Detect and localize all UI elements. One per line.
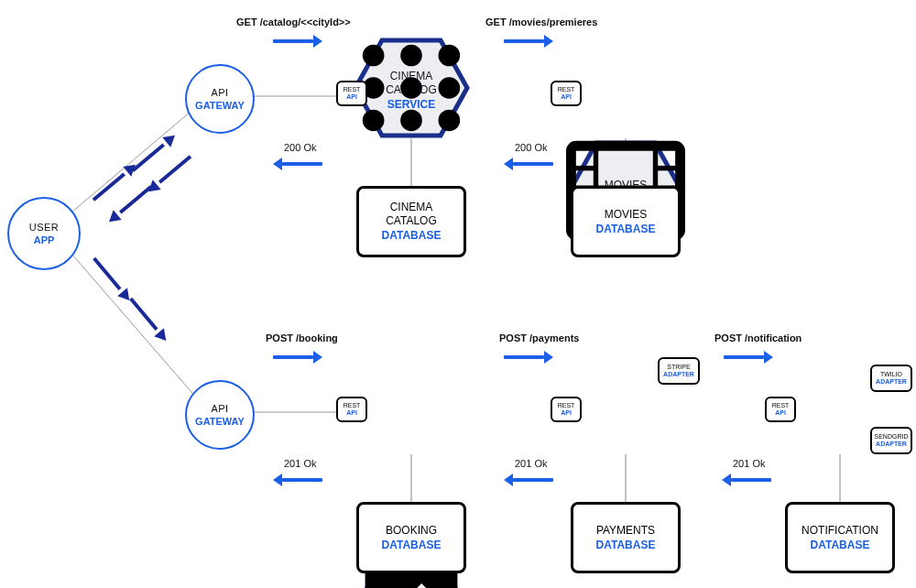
svg-point-15 (439, 77, 461, 99)
resp-201-c: 201 Ok (733, 458, 765, 469)
twilio-adapter-chip: TWILIO ADAPTER (870, 365, 912, 392)
arrow-diag-dn-1 (89, 255, 134, 305)
arrow-resp-201-b (504, 474, 553, 486)
chip-api-5: API (775, 409, 786, 417)
notifications-database-node: NOTIFICATION DATABASE (785, 502, 895, 573)
sendgrid-adapter-chip: SENDGRID ADAPTER (870, 427, 912, 454)
chip-api-2: API (561, 93, 572, 101)
resp-201-b: 201 Ok (515, 458, 547, 469)
gwtop-bot: GATEWAY (195, 100, 245, 111)
svg-point-11 (400, 45, 422, 67)
movies-db-label: DATABASE (596, 223, 656, 235)
chip-twilio: TWILIO (880, 371, 902, 378)
svg-point-12 (439, 45, 461, 67)
arrow-diag-dn-2 (125, 295, 170, 345)
svg-point-14 (400, 77, 422, 99)
booking-db-label: DATABASE (382, 539, 442, 551)
req-premieres-label: GET /movies/premieres (485, 16, 597, 27)
arrow-req-notification (724, 351, 773, 364)
api-gateway-top-node: API GATEWAY (185, 64, 255, 134)
svg-point-17 (400, 110, 422, 132)
cinema-database-node: CINEMA CATALOG DATABASE (356, 186, 466, 257)
arrow-resp-200-a (273, 158, 322, 170)
payments-db-title: PAYMENTS (596, 524, 655, 537)
rest-api-chip-booking: REST API (336, 397, 367, 422)
arrow-req-premieres (504, 35, 553, 48)
arrow-req-booking (273, 351, 322, 364)
chip-rest-1: REST (344, 86, 361, 93)
chip-adapter-1: ADAPTER (663, 371, 694, 378)
gwbot-bot: GATEWAY (195, 416, 245, 427)
arrow-req-payments (504, 351, 553, 364)
notifications-db-title: NOTIFICATION (802, 524, 878, 537)
chip-adapter-3: ADAPTER (876, 441, 907, 448)
chip-adapter-2: ADAPTER (876, 378, 907, 386)
svg-point-10 (363, 45, 385, 67)
payments-database-node: PAYMENTS DATABASE (571, 502, 681, 573)
cinema-catalog-service-node: CINEMA CATALOG SERVICE (352, 37, 471, 139)
user-app-node: USER APP (7, 197, 81, 270)
arrow-req-catalog (273, 35, 322, 48)
arrow-resp-200-b (504, 158, 553, 170)
gwtop-top: API (211, 87, 228, 98)
chip-rest-5: REST (772, 402, 790, 409)
resp-200-a: 200 Ok (284, 142, 316, 153)
chip-rest-2: REST (558, 86, 575, 93)
movies-db-title: MOVIES (605, 208, 648, 221)
user-bot-label: APP (34, 234, 55, 245)
stripe-adapter-chip: STRIPE ADAPTER (658, 357, 700, 385)
gwbot-top: API (211, 403, 228, 414)
svg-line-1 (66, 247, 209, 412)
chip-rest-4: REST (558, 402, 575, 409)
chip-stripe: STRIPE (667, 364, 690, 371)
req-notification-label: POST /notification (714, 332, 802, 343)
chip-api-3: API (346, 409, 357, 417)
booking-db-title: BOOKING (386, 524, 437, 537)
rest-api-chip-movies: REST API (551, 81, 582, 106)
arrow-resp-201-a (273, 474, 322, 486)
svg-point-18 (439, 110, 461, 132)
api-gateway-bot-node: API GATEWAY (185, 380, 255, 450)
booking-database-node: BOOKING DATABASE (356, 502, 466, 573)
rest-api-chip-notifications: REST API (765, 397, 796, 422)
rest-api-chip-cinema: REST API (336, 81, 367, 106)
cinema-db-label: DATABASE (382, 229, 442, 242)
req-catalog-label: GET /catalog/<<cityId>> (236, 16, 351, 27)
notifications-db-label: DATABASE (811, 539, 870, 551)
rest-api-chip-payments: REST API (551, 397, 582, 422)
svg-point-16 (363, 110, 385, 132)
chip-api-1: API (346, 93, 357, 101)
cinema-db-title: CINEMA CATALOG (386, 201, 437, 227)
req-payments-label: POST /payments (499, 332, 579, 343)
resp-201-a: 201 Ok (284, 458, 316, 469)
chip-api-4: API (561, 409, 572, 417)
payments-db-label: DATABASE (596, 539, 656, 551)
user-top-label: USER (29, 222, 60, 233)
chip-rest-3: REST (344, 402, 361, 409)
movies-database-node: MOVIES DATABASE (571, 186, 681, 257)
req-booking-label: POST /booking (266, 332, 338, 343)
chip-sendgrid: SENDGRID (875, 433, 909, 441)
resp-200-b: 200 Ok (515, 142, 547, 153)
arrow-resp-201-c (722, 474, 771, 486)
